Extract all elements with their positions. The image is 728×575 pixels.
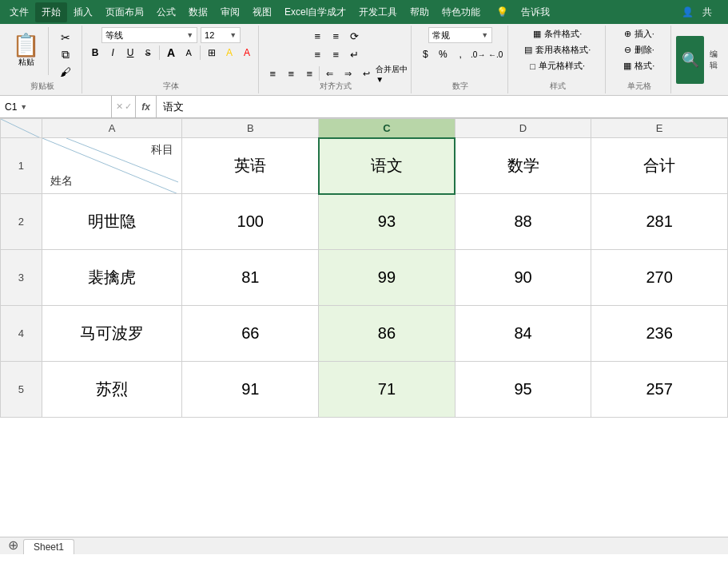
cell-e3[interactable]: 270	[591, 250, 728, 306]
cell-d3[interactable]: 90	[455, 250, 591, 306]
copy-button[interactable]: ⧉	[54, 47, 78, 62]
align-mid-right-btn[interactable]: ↵	[345, 46, 363, 63]
cell-d4[interactable]: 84	[455, 306, 591, 362]
add-sheet-btn[interactable]: ⊕	[3, 536, 23, 554]
row-header-2[interactable]: 2	[1, 194, 42, 250]
cell-a1[interactable]: 科目 姓名	[42, 138, 182, 194]
increase-decimal-btn[interactable]: .0→	[470, 46, 486, 62]
cell-b2[interactable]: 100	[182, 194, 319, 250]
decrease-font-button[interactable]: A	[181, 45, 197, 61]
col-header-c[interactable]: C	[319, 119, 455, 138]
cell-a5[interactable]: 苏烈	[42, 362, 182, 418]
menu-excel-learn[interactable]: Excel自学成才	[278, 2, 352, 22]
menu-file[interactable]: 文件	[3, 2, 35, 22]
cell-d5[interactable]: 95	[455, 362, 591, 418]
search-button[interactable]: 🔍	[676, 36, 704, 84]
cell-d1[interactable]: 数学	[455, 138, 591, 194]
menu-help[interactable]: 帮助	[404, 2, 436, 22]
menu-view[interactable]: 视图	[246, 2, 278, 22]
font-size-selector[interactable]: 12 ▼	[201, 27, 241, 43]
border-button[interactable]: ⊞	[204, 45, 220, 61]
cell-c1[interactable]: 语文	[319, 138, 455, 194]
align-top-center-btn[interactable]: ≡	[327, 27, 344, 45]
decrease-indent-btn[interactable]: ⇐	[320, 65, 338, 82]
fill-color-button[interactable]: A	[221, 45, 237, 61]
menu-developer[interactable]: 开发工具	[352, 2, 404, 22]
bold-button[interactable]: B	[87, 45, 103, 61]
decrease-decimal-btn[interactable]: ←.0	[487, 46, 503, 62]
cell-style-icon: □	[530, 61, 535, 71]
cell-style-btn[interactable]: □ 单元格样式·	[527, 59, 588, 73]
font-name-selector[interactable]: 等线 ▼	[101, 27, 197, 43]
align-top-right-btn[interactable]: ⟳	[345, 27, 363, 45]
cell-c3[interactable]: 99	[319, 250, 455, 306]
cut-icon: ✂	[61, 31, 70, 44]
menu-insert[interactable]: 插入	[67, 2, 99, 22]
menu-home[interactable]: 开始	[35, 2, 67, 22]
align-top-left-btn[interactable]: ≡	[308, 27, 326, 45]
align-left-btn[interactable]: ≡	[264, 65, 281, 82]
cell-b5[interactable]: 91	[182, 362, 319, 418]
menu-formula[interactable]: 公式	[150, 2, 182, 22]
align-mid-center-btn[interactable]: ≡	[327, 46, 344, 63]
formula-input-display[interactable]: 语文	[157, 100, 728, 114]
cell-b4[interactable]: 66	[182, 306, 319, 362]
cell-b3[interactable]: 81	[182, 250, 319, 306]
align-mid-left-btn[interactable]: ≡	[308, 46, 326, 63]
cell-e4[interactable]: 236	[591, 306, 728, 362]
cell-e1[interactable]: 合计	[591, 138, 728, 194]
menu-special[interactable]: 特色功能	[436, 2, 487, 22]
table-style-btn[interactable]: ▤ 套用表格格式·	[521, 43, 594, 57]
confirm-icon[interactable]: ✓	[125, 101, 132, 112]
align-center-btn[interactable]: ≡	[282, 65, 300, 82]
cell-c4[interactable]: 86	[319, 306, 455, 362]
sheet-tab-1[interactable]: Sheet1	[23, 539, 74, 554]
align-right-btn[interactable]: ≡	[300, 65, 318, 82]
insert-btn[interactable]: ⊕ 插入·	[621, 27, 658, 41]
comma-btn[interactable]: ,	[452, 46, 468, 62]
conditional-format-btn[interactable]: ▦ 条件格式·	[530, 27, 585, 41]
cancel-icon[interactable]: ✕	[116, 101, 123, 112]
col-header-b[interactable]: B	[182, 119, 319, 138]
row-header-4[interactable]: 4	[1, 306, 42, 362]
increase-font-button[interactable]: A	[163, 45, 179, 61]
col-header-d[interactable]: D	[455, 119, 591, 138]
cut-button[interactable]: ✂	[54, 30, 78, 45]
cell-c5[interactable]: 71	[319, 362, 455, 418]
number-format-selector[interactable]: 常规 ▼	[428, 27, 492, 43]
strikethrough-button[interactable]: S	[140, 45, 156, 61]
cell-d2[interactable]: 88	[455, 194, 591, 250]
cell-e2[interactable]: 281	[591, 194, 728, 250]
font-color-button[interactable]: A	[239, 45, 255, 61]
merge-center-btn[interactable]: 合并居中▼	[376, 65, 408, 82]
paste-button[interactable]: 📋 粘贴	[7, 33, 45, 69]
underline-button[interactable]: U	[122, 45, 138, 61]
col-header-e[interactable]: E	[591, 119, 728, 138]
cell-e5[interactable]: 257	[591, 362, 728, 418]
format-btn[interactable]: ▦ 格式·	[620, 59, 658, 73]
wrap-text-btn[interactable]: ↩	[357, 65, 375, 82]
cell-b1[interactable]: 英语	[182, 138, 319, 194]
row-header-3[interactable]: 3	[1, 250, 42, 306]
increase-indent-btn[interactable]: ⇒	[339, 65, 356, 82]
function-wizard-btn[interactable]: fx	[136, 96, 157, 117]
currency-btn[interactable]: $	[417, 46, 433, 62]
menu-bar: 文件 开始 插入 页面布局 公式 数据 审阅 视图 Excel自学成才 开发工具…	[0, 0, 728, 24]
menu-tellme[interactable]: 告诉我	[515, 2, 556, 22]
row-header-1[interactable]: 1	[1, 138, 42, 194]
menu-share[interactable]: 👤 共	[675, 2, 725, 22]
menu-data[interactable]: 数据	[182, 2, 214, 22]
delete-btn[interactable]: ⊖ 删除·	[621, 43, 658, 57]
row-header-5[interactable]: 5	[1, 362, 42, 418]
format-painter-button[interactable]: 🖌	[54, 65, 78, 79]
cell-c2[interactable]: 93	[319, 194, 455, 250]
italic-button[interactable]: I	[105, 45, 121, 61]
menu-review[interactable]: 审阅	[214, 2, 246, 22]
cell-a4[interactable]: 马可波罗	[42, 306, 182, 362]
menu-pagelayout[interactable]: 页面布局	[99, 2, 150, 22]
cell-a2[interactable]: 明世隐	[42, 194, 182, 250]
percent-btn[interactable]: %	[435, 46, 451, 62]
col-header-a[interactable]: A	[42, 119, 182, 138]
cell-reference-box[interactable]: C1 ▼	[0, 96, 112, 117]
cell-a3[interactable]: 裴擒虎	[42, 250, 182, 306]
